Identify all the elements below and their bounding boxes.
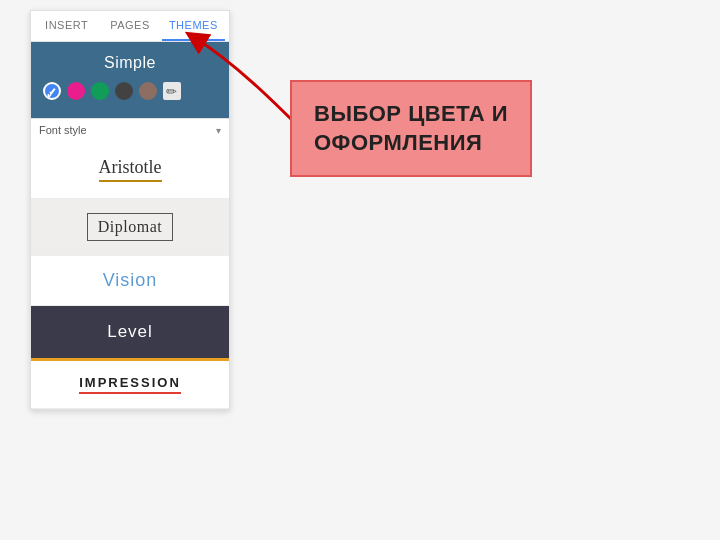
swatch-dark[interactable]: [115, 82, 133, 100]
vision-label: Vision: [103, 270, 158, 291]
theme-item-diplomat[interactable]: Diplomat: [31, 199, 229, 256]
callout-text-line2: ОФОРМЛЕНИЯ: [314, 129, 508, 158]
theme-simple-label: Simple: [41, 54, 219, 72]
tab-themes[interactable]: THEMES: [162, 11, 225, 41]
theme-item-level[interactable]: Level: [31, 306, 229, 361]
swatch-green[interactable]: [91, 82, 109, 100]
themes-panel: INSERT PAGES THEMES Simple ✓ ✏ Font styl…: [30, 10, 230, 410]
panel-tabs: INSERT PAGES THEMES: [31, 11, 229, 42]
impression-label: IMPRESSION: [79, 375, 181, 394]
theme-item-impression[interactable]: IMPRESSION: [31, 361, 229, 409]
tab-pages[interactable]: PAGES: [98, 11, 161, 41]
tab-insert[interactable]: INSERT: [35, 11, 98, 41]
chevron-down-icon: ▾: [216, 125, 221, 136]
theme-item-vision[interactable]: Vision: [31, 256, 229, 306]
level-label: Level: [107, 322, 153, 342]
theme-item-aristotle[interactable]: Aristotle: [31, 141, 229, 199]
diplomat-label: Diplomat: [87, 213, 173, 241]
callout-text-line1: ВЫБОР ЦВЕТА И: [314, 100, 508, 129]
font-style-row[interactable]: Font style ▾: [31, 118, 229, 141]
swatch-pink[interactable]: [67, 82, 85, 100]
callout-box: ВЫБОР ЦВЕТА И ОФОРМЛЕНИЯ: [290, 80, 532, 177]
theme-simple-card[interactable]: Simple ✓ ✏: [31, 42, 229, 118]
color-swatches: ✓ ✏: [41, 82, 219, 100]
swatch-brown[interactable]: [139, 82, 157, 100]
swatch-blue[interactable]: ✓: [43, 82, 61, 100]
font-style-label: Font style: [39, 124, 87, 136]
aristotle-label: Aristotle: [99, 157, 162, 182]
custom-color-icon[interactable]: ✏: [163, 82, 181, 100]
